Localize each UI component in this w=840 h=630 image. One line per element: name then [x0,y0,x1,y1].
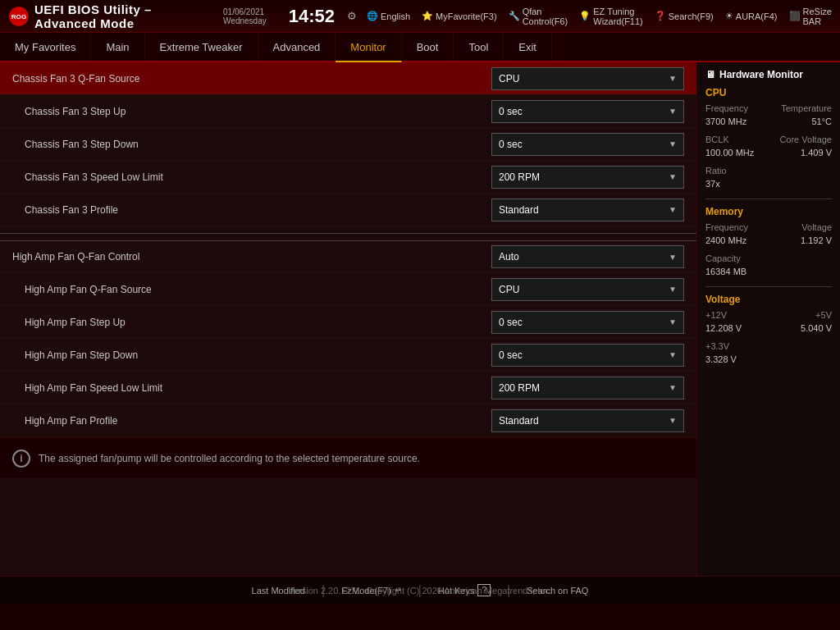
header-actions: 🌐 English ⭐ MyFavorite(F3) 🔧 Qfan Contro… [367,7,832,26]
high-amp-fan-speed-low-limit-dropdown[interactable]: 200 RPM ▼ [491,377,684,399]
memory-voltage-divider [705,286,832,287]
nav-monitor[interactable]: Monitor [336,33,401,62]
high-amp-fan-qfan-source-dropdown[interactable]: CPU ▼ [491,278,684,301]
high-amp-fan-qfan-source-row[interactable]: High Amp Fan Q-Fan Source CPU ▼ [0,273,696,306]
dropdown-arrow-icon: ▼ [669,350,677,359]
memory-capacity-label: Capacity [705,253,741,263]
footer: Version 2.20.1271. Copyright (C) 2020 Am… [0,576,840,604]
nav-main[interactable]: Main [91,33,144,61]
voltage-5-label: +5V [815,310,832,320]
logo: ROG UEFI BIOS Utility – Advanced Mode [8,2,213,30]
cpu-temperature-label: Temperature [781,103,832,113]
chassis-fan3-step-up-dropdown[interactable]: 0 sec ▼ [491,100,684,123]
memory-freq-value-row: 2400 MHz 1.192 V [705,235,832,250]
high-amp-fan-step-up-label: High Amp Fan Step Up [12,317,491,328]
nav-tool[interactable]: Tool [454,33,504,61]
nav-exit[interactable]: Exit [504,33,552,61]
nav-advanced[interactable]: Advanced [258,33,336,61]
footer-version: Version 2.20.1271. Copyright (C) 2020 Am… [0,586,840,596]
dropdown-arrow-icon: ▼ [669,383,677,392]
high-amp-fan-step-down-row[interactable]: High Amp Fan Step Down 0 sec ▼ [0,339,696,372]
search-action[interactable]: ❓ Search(F9) [655,11,714,21]
chassis-fan3-step-down-dropdown[interactable]: 0 sec ▼ [491,133,684,156]
voltage-5-value: 5.040 V [801,323,832,333]
qfan-action[interactable]: 🔧 Qfan Control(F6) [509,7,568,26]
cpu-bclk-label: BCLK [705,135,729,144]
high-amp-fan-speed-low-limit-label: High Amp Fan Speed Low Limit [12,382,491,394]
chassis-fan3-profile-dropdown[interactable]: Standard ▼ [491,199,684,221]
chassis-fan3-speed-low-limit-dropdown[interactable]: 200 RPM ▼ [491,166,684,189]
high-amp-fan-qfan-control-dropdown[interactable]: Auto ▼ [491,245,684,268]
high-amp-fan-qfan-source-value: CPU ▼ [491,278,684,301]
high-amp-fan-profile-dropdown[interactable]: Standard ▼ [491,409,684,432]
memory-voltage-label: Voltage [801,222,832,232]
high-amp-fan-profile-value: Standard ▼ [491,409,684,432]
high-amp-fan-qfan-control-value: Auto ▼ [491,245,684,268]
settings-table: Chassis Fan 3 Q-Fan Source CPU ▼ Chassis… [0,62,696,437]
high-amp-fan-step-down-dropdown[interactable]: 0 sec ▼ [491,344,684,367]
monitor-icon: 🖥 [705,69,715,80]
memory-capacity-row: Capacity [705,253,832,263]
settings-icon[interactable]: ⚙ [347,10,357,22]
day: Wednesday [223,16,267,25]
info-icon: i [12,450,30,468]
cpu-frequency-value-row: 3700 MHz 51°C [705,116,832,131]
voltage-33-value: 3.328 V [705,354,737,364]
memory-voltage-value: 1.192 V [801,235,832,245]
aura-action[interactable]: ☀ AURA(F4) [725,11,778,21]
voltage-12-value-row: 12.208 V 5.040 V [705,323,832,338]
dropdown-arrow-icon: ▼ [669,74,677,83]
language-selector[interactable]: 🌐 English [367,11,410,21]
cpu-bclk-value-row: 100.00 MHz 1.409 V [705,148,832,162]
cpu-frequency-row: Frequency Temperature [705,103,832,113]
resize-bar-action[interactable]: ⬛ ReSize BAR [789,7,832,26]
cpu-section-title: CPU [705,87,832,98]
cpu-memory-divider [705,199,832,199]
cpu-frequency-label: Frequency [705,103,748,113]
dropdown-arrow-icon: ▼ [669,416,677,425]
chassis-fan3-step-down-row[interactable]: Chassis Fan 3 Step Down 0 sec ▼ [0,128,696,161]
high-amp-fan-qfan-control-row[interactable]: High Amp Fan Q-Fan Control Auto ▼ [0,240,696,273]
chassis-fan3-qfan-source-label: Chassis Fan 3 Q-Fan Source [12,73,491,84]
high-amp-fan-speed-low-limit-row[interactable]: High Amp Fan Speed Low Limit 200 RPM ▼ [0,372,696,404]
hardware-monitor-sidebar: 🖥 Hardware Monitor CPU Frequency Tempera… [696,62,840,576]
rog-logo: ROG [8,3,30,30]
voltage-12-row: +12V +5V [705,310,832,320]
chassis-fan3-step-up-row[interactable]: Chassis Fan 3 Step Up 0 sec ▼ [0,95,696,128]
myfavorite-action[interactable]: ⭐ MyFavorite(F3) [422,11,497,21]
date: 01/06/2021 [223,7,267,16]
memory-frequency-value: 2400 MHz [705,235,746,245]
date-time: 01/06/2021 Wednesday [223,7,267,25]
cpu-core-voltage-label: Core Voltage [779,135,832,144]
high-amp-fan-step-up-dropdown[interactable]: 0 sec ▼ [491,311,684,334]
chassis-fan3-step-up-value: 0 sec ▼ [491,100,684,123]
nav-my-favorites[interactable]: My Favorites [0,33,91,61]
memory-section-title: Memory [705,206,832,217]
chassis-fan3-step-down-value: 0 sec ▼ [491,133,684,156]
chassis-fan3-profile-value: Standard ▼ [491,199,684,221]
dropdown-arrow-icon: ▼ [669,172,677,181]
nav-extreme-tweaker[interactable]: Extreme Tweaker [145,33,258,61]
chassis-fan3-step-up-label: Chassis Fan 3 Step Up [12,106,491,117]
ez-tuning-action[interactable]: 💡 EZ Tuning Wizard(F11) [579,7,643,26]
app-title: UEFI BIOS Utility – Advanced Mode [34,2,213,30]
dropdown-arrow-icon: ▼ [669,285,677,294]
voltage-33-label: +3.3V [705,341,729,351]
memory-capacity-value: 16384 MB [705,267,746,276]
info-bar: i The assigned fan/pump will be controll… [0,437,696,478]
chassis-fan3-qfan-source-dropdown[interactable]: CPU ▼ [491,67,684,90]
chassis-fan3-qfan-source-value: CPU ▼ [491,67,684,90]
dropdown-arrow-icon: ▼ [669,205,677,214]
cpu-ratio-label: Ratio [705,166,727,176]
chassis-fan3-speed-low-limit-row[interactable]: Chassis Fan 3 Speed Low Limit 200 RPM ▼ [0,161,696,194]
cpu-bclk-row: BCLK Core Voltage [705,135,832,144]
chassis-fan3-profile-label: Chassis Fan 3 Profile [12,204,491,216]
voltage-33-value-row: 3.328 V [705,354,832,369]
dropdown-arrow-icon: ▼ [669,139,677,148]
high-amp-fan-step-up-row[interactable]: High Amp Fan Step Up 0 sec ▼ [0,306,696,339]
high-amp-fan-profile-row[interactable]: High Amp Fan Profile Standard ▼ [0,404,696,437]
nav-boot[interactable]: Boot [402,33,454,61]
chassis-fan3-profile-row[interactable]: Chassis Fan 3 Profile Standard ▼ [0,194,696,226]
chassis-fan3-qfan-source-row[interactable]: Chassis Fan 3 Q-Fan Source CPU ▼ [0,62,696,95]
hardware-monitor-title: 🖥 Hardware Monitor [705,69,832,80]
